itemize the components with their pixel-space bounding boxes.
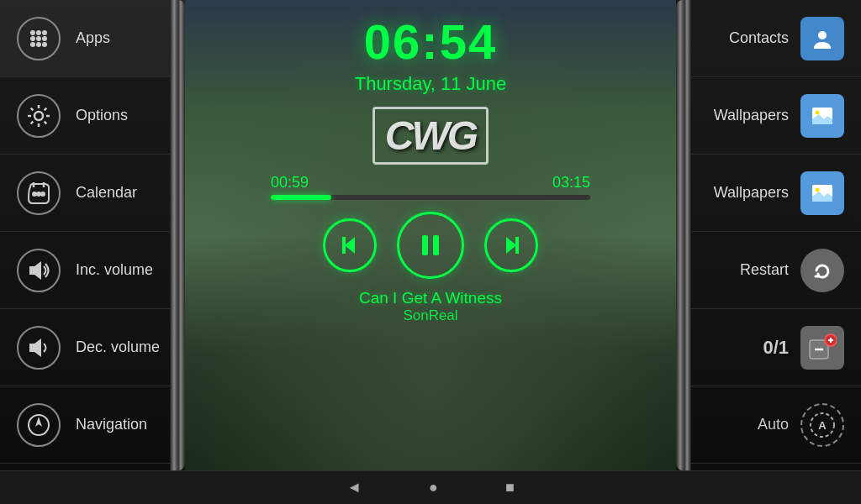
album-logo: CWG bbox=[372, 107, 489, 165]
svg-marker-23 bbox=[506, 237, 516, 254]
prev-button[interactable] bbox=[323, 218, 377, 272]
navigation-icon bbox=[17, 403, 61, 447]
svg-point-29 bbox=[816, 187, 820, 192]
svg-rect-22 bbox=[433, 235, 439, 255]
sidebar-right: Contacts Wallpapers Wallpapers bbox=[676, 0, 861, 470]
calendar-icon bbox=[17, 171, 61, 215]
sidebar-item-counter[interactable]: 0/1 bbox=[676, 309, 861, 386]
svg-point-5 bbox=[42, 36, 47, 41]
svg-marker-16 bbox=[29, 339, 41, 357]
svg-marker-15 bbox=[29, 261, 41, 280]
bottom-nav-bar: ◄ ● ■ bbox=[0, 470, 861, 504]
svg-point-12 bbox=[41, 192, 45, 196]
sidebar-item-calendar[interactable]: Calendar bbox=[0, 155, 185, 232]
next-button[interactable] bbox=[484, 218, 538, 272]
restart-label: Restart bbox=[740, 261, 789, 279]
svg-marker-19 bbox=[345, 237, 355, 254]
navigation-label: Navigation bbox=[76, 416, 147, 433]
svg-point-9 bbox=[34, 112, 43, 120]
contacts-icon bbox=[800, 17, 844, 60]
song-artist: SonReal bbox=[359, 307, 502, 324]
svg-point-1 bbox=[36, 30, 41, 35]
svg-text:A: A bbox=[818, 419, 827, 432]
song-title: Can I Get A Witness bbox=[359, 289, 502, 307]
wallpapers2-icon bbox=[800, 171, 844, 215]
sidebar-item-navigation[interactable]: Navigation bbox=[0, 386, 185, 464]
svg-point-3 bbox=[30, 36, 35, 41]
player-controls bbox=[323, 212, 538, 279]
restart-icon bbox=[800, 249, 844, 292]
clock-display: 06:54 bbox=[364, 13, 497, 70]
apps-icon bbox=[17, 17, 61, 60]
counter-icon bbox=[800, 326, 844, 370]
progress-bar[interactable] bbox=[271, 195, 590, 200]
wallpapers1-label: Wallpapers bbox=[714, 107, 789, 124]
volume-down-icon bbox=[17, 326, 61, 370]
auto-label: Auto bbox=[758, 416, 789, 433]
contacts-label: Contacts bbox=[729, 29, 789, 47]
back-button[interactable]: ◄ bbox=[346, 479, 362, 496]
song-info: Can I Get A Witness SonReal bbox=[359, 289, 502, 324]
sidebar-item-auto[interactable]: Auto A bbox=[676, 386, 861, 464]
svg-point-7 bbox=[36, 42, 41, 47]
auto-icon: A bbox=[800, 403, 844, 447]
svg-point-11 bbox=[37, 192, 40, 196]
gear-icon bbox=[17, 94, 61, 138]
svg-rect-21 bbox=[422, 235, 428, 255]
svg-marker-18 bbox=[35, 417, 42, 427]
time-row: 00:59 03:15 bbox=[271, 174, 590, 192]
total-time: 03:15 bbox=[552, 174, 590, 192]
svg-rect-24 bbox=[515, 237, 519, 254]
svg-point-8 bbox=[42, 42, 47, 47]
volume-up-icon bbox=[17, 249, 61, 292]
sidebar-item-options[interactable]: Options bbox=[0, 77, 185, 155]
svg-point-2 bbox=[42, 30, 47, 35]
elapsed-time: 00:59 bbox=[271, 174, 309, 192]
sidebar-item-dec-volume[interactable]: Dec. volume bbox=[0, 309, 185, 386]
apps-label: Apps bbox=[76, 29, 110, 47]
home-button[interactable]: ● bbox=[429, 479, 438, 496]
wallpapers2-label: Wallpapers bbox=[714, 184, 789, 202]
svg-point-27 bbox=[816, 110, 820, 114]
sidebar-item-wallpapers2[interactable]: Wallpapers bbox=[676, 155, 861, 232]
svg-point-6 bbox=[30, 42, 35, 47]
dec-volume-label: Dec. volume bbox=[76, 339, 160, 356]
svg-point-0 bbox=[30, 30, 35, 35]
sidebar-left: Apps Options Calendar bbox=[0, 0, 185, 470]
player-panel: 06:54 Thursday, 11 June CWG 00:59 03:15 bbox=[185, 0, 676, 470]
calendar-label: Calendar bbox=[76, 184, 137, 202]
pause-button[interactable] bbox=[397, 212, 464, 279]
wallpapers1-icon bbox=[800, 94, 844, 138]
sidebar-item-wallpapers1[interactable]: Wallpapers bbox=[676, 77, 861, 155]
recent-button[interactable]: ■ bbox=[505, 479, 515, 496]
inc-volume-label: Inc. volume bbox=[76, 261, 153, 279]
date-display: Thursday, 11 June bbox=[355, 73, 507, 95]
svg-rect-20 bbox=[342, 237, 346, 254]
svg-point-10 bbox=[33, 192, 36, 196]
svg-point-25 bbox=[818, 31, 827, 39]
album-art: CWG bbox=[380, 102, 481, 169]
counter-label: 0/1 bbox=[763, 337, 789, 359]
sidebar-item-restart[interactable]: Restart bbox=[676, 232, 861, 309]
options-label: Options bbox=[76, 107, 128, 124]
progress-fill bbox=[271, 195, 331, 200]
sidebar-item-apps[interactable]: Apps bbox=[0, 0, 185, 77]
svg-point-4 bbox=[36, 36, 41, 41]
sidebar-item-contacts[interactable]: Contacts bbox=[676, 0, 861, 77]
sidebar-item-inc-volume[interactable]: Inc. volume bbox=[0, 232, 185, 309]
